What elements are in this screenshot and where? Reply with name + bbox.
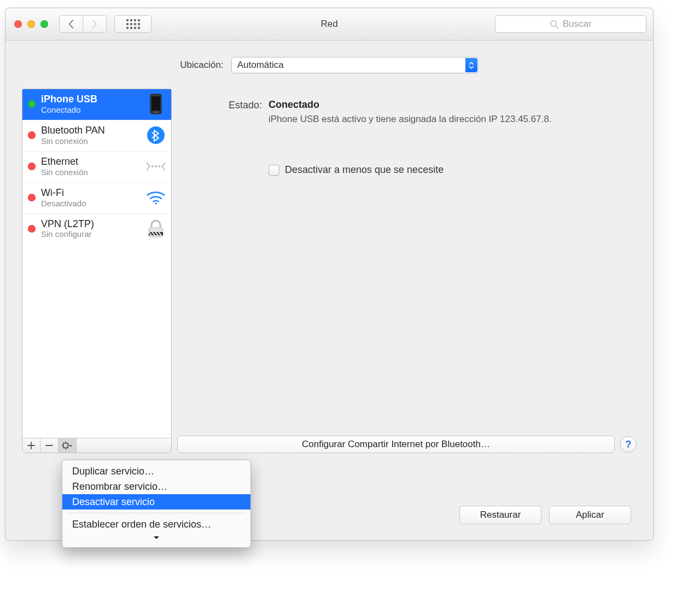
add-service-button[interactable] [22,438,40,453]
location-row: Ubicación: Automática [5,57,653,73]
svg-point-6 [151,165,154,167]
zoom-icon[interactable] [40,20,48,28]
content-columns: iPhone USB Conectado Bluetooth PAN [22,89,637,453]
status-dot-icon [28,100,36,108]
status-dot-icon [28,194,36,201]
menu-item-duplicate-service[interactable]: Duplicar servicio… [62,464,250,479]
restore-button[interactable]: Restaurar [459,506,541,524]
service-item-iphone-usb[interactable]: iPhone USB Conectado [22,89,171,120]
search-placeholder: Buscar [563,19,592,30]
location-value: Automática [237,60,284,71]
minimize-icon[interactable] [27,20,35,28]
menu-more-indicator[interactable] [62,532,250,544]
service-text: Wi-Fi Desactivado [41,187,141,208]
service-list: iPhone USB Conectado Bluetooth PAN [22,89,171,438]
grid-icon [126,19,140,29]
lock-icon [146,219,166,239]
svg-point-8 [159,165,161,167]
svg-point-4 [155,112,157,113]
wifi-icon [146,188,166,207]
configure-bluetooth-sharing-button[interactable]: Configurar Compartir Internet por Blueto… [177,436,615,453]
menu-separator [67,513,246,513]
window-controls [14,20,48,28]
forward-button[interactable] [83,15,107,33]
menu-item-set-service-order[interactable]: Establecer orden de servicios… [62,517,250,532]
actions-menu-button[interactable] [59,438,77,453]
service-status: Sin configurar [41,229,141,239]
service-text: Ethernet Sin conexión [41,156,141,177]
service-name: Bluetooth PAN [41,125,141,136]
show-all-button[interactable] [114,15,151,33]
svg-rect-3 [151,96,160,111]
svg-line-1 [556,26,558,28]
detail-panel: Estado: Conectado iPhone USB está activo… [178,89,637,453]
svg-point-7 [155,165,157,167]
disable-unless-needed-row: Desactivar a menos que se necesite [269,164,631,176]
location-select[interactable]: Automática [231,57,479,73]
close-icon[interactable] [14,20,22,28]
chevron-down-icon [153,536,160,540]
service-sidebar: iPhone USB Conectado Bluetooth PAN [22,89,172,453]
service-item-bluetooth-pan[interactable]: Bluetooth PAN Sin conexión [22,120,171,152]
disable-unless-needed-checkbox[interactable] [269,165,279,176]
status-row: Estado: Conectado iPhone USB está activo… [184,99,631,125]
service-status: Desactivado [41,199,141,208]
service-item-ethernet[interactable]: Ethernet Sin conexión [22,152,171,183]
status-dot-icon [28,163,36,170]
svg-point-9 [155,202,157,205]
svg-line-18 [68,448,68,448]
ethernet-icon [146,157,166,176]
status-description: iPhone USB está activo y tiene asignada … [269,114,553,125]
iphone-icon [146,94,166,114]
service-name: VPN (L2TP) [41,218,141,230]
detail-bottom: Configurar Compartir Internet por Blueto… [177,436,637,453]
service-name: Wi-Fi [41,187,141,199]
bluetooth-icon [146,125,166,145]
service-name: Ethernet [41,156,141,167]
help-button[interactable]: ? [620,436,637,453]
service-text: Bluetooth PAN Sin conexión [41,125,141,146]
service-status: Sin conexión [41,136,141,146]
status-dot-icon [28,225,36,233]
search-icon [550,20,558,28]
status-value: Conectado [269,99,631,111]
service-text: VPN (L2TP) Sin configurar [41,218,141,239]
service-name: iPhone USB [41,94,141,105]
svg-line-17 [63,443,63,443]
disable-unless-needed-label: Desactivar a menos que se necesite [285,164,444,176]
service-text: iPhone USB Conectado [41,94,141,114]
sidebar-footer [22,438,171,453]
service-item-wifi[interactable]: Wi-Fi Desactivado [22,183,171,214]
search-field[interactable]: Buscar [495,15,646,33]
titlebar: Red Buscar [5,8,653,40]
gear-icon [62,442,73,449]
service-item-vpn[interactable]: VPN (L2TP) Sin configurar [22,214,171,245]
service-status: Conectado [41,105,141,114]
menu-item-deactivate-service[interactable]: Desactivar servicio [62,494,250,510]
service-status: Sin conexión [41,167,141,177]
bottom-bar: Restaurar Aplicar [459,506,631,524]
nav-segmented [59,15,107,33]
svg-line-19 [63,448,63,448]
status-dot-icon [28,131,36,139]
remove-service-button[interactable] [40,438,59,453]
back-button[interactable] [59,15,83,33]
location-label: Ubicación: [180,60,223,71]
apply-button[interactable]: Aplicar [549,506,631,524]
svg-line-20 [68,443,68,443]
svg-point-12 [63,443,68,448]
chevrons-icon [465,58,477,72]
actions-popup-menu: Duplicar servicio… Renombrar servicio… D… [62,460,251,548]
menu-item-rename-service[interactable]: Renombrar servicio… [62,479,250,494]
status-label: Estado: [184,99,262,125]
